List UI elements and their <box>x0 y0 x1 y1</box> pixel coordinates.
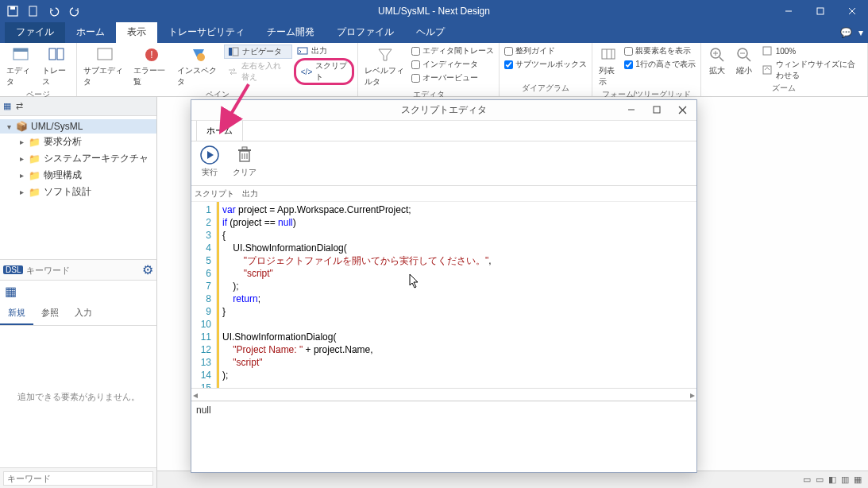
trace-button[interactable]: トレース <box>39 45 73 89</box>
new-icon[interactable] <box>25 3 41 19</box>
expand-icon[interactable]: ▸ <box>17 154 25 163</box>
keyword-input[interactable] <box>26 265 139 275</box>
tree-item[interactable]: ▸📁物理構成 <box>0 167 156 184</box>
run-label: 実行 <box>202 167 218 178</box>
status-icon[interactable]: ▭ <box>816 474 824 485</box>
svg-point-14 <box>197 53 205 61</box>
dialog-ribbon: 実行 クリア <box>191 141 696 186</box>
group-diagram-label: ダイアグラム <box>503 83 588 95</box>
svg-rect-17 <box>298 48 307 54</box>
ribbon-collapse-icon[interactable]: ▾ <box>858 27 863 38</box>
footer-tab-output[interactable]: 出力 <box>242 188 258 199</box>
zoom-pct[interactable]: 100% <box>758 45 864 57</box>
chk-indicator[interactable]: インディケータ <box>410 58 496 71</box>
bottom-keyword-input[interactable] <box>3 471 153 486</box>
tab-profile[interactable]: プロファイル <box>326 21 405 43</box>
expand-icon[interactable]: ▸ <box>17 137 25 146</box>
chk-editortrace[interactable]: エディタ間トレース <box>410 45 496 57</box>
menu-bar: ファイル ホーム 表示 トレーサビリティ チーム開発 プロファイル ヘルプ 💬 … <box>0 22 868 43</box>
output-panel: null <box>191 401 696 472</box>
chk-rowheight[interactable]: 1行の高さで表示 <box>623 58 697 71</box>
svg-rect-11 <box>98 48 112 60</box>
expand-icon[interactable]: ▸ <box>17 171 25 180</box>
cursor-icon <box>409 273 420 289</box>
inspector-label: インスペクタ <box>177 65 219 87</box>
tree-item[interactable]: ▸📁ソフト設計 <box>0 184 156 200</box>
filter-settings-icon[interactable]: ⚙ <box>142 262 153 277</box>
tab-traceability[interactable]: トレーサビリティ <box>157 21 256 43</box>
tree-root[interactable]: ▾📦UML/SysML <box>0 119 156 134</box>
zoomin-button[interactable]: 拡大 <box>704 45 730 78</box>
tab-new[interactable]: 新規 <box>0 302 33 325</box>
tree-item[interactable]: ▸📁システムアーキテクチャ <box>0 150 156 167</box>
svg-rect-16 <box>233 48 238 56</box>
fitwindow-button[interactable]: ウィンドウサイズに合わせる <box>758 58 864 82</box>
tree-item[interactable]: ▸📁要求分析 <box>0 134 156 150</box>
levelfilter-label: レベルフィルタ <box>365 65 405 87</box>
status-icon[interactable]: ▥ <box>841 474 849 485</box>
chk-alignguide[interactable]: 整列ガイド <box>503 45 588 57</box>
colshow-button[interactable]: 列表示 <box>596 45 621 89</box>
save-icon[interactable] <box>5 3 21 19</box>
dialog-tab-home[interactable]: ホーム <box>196 120 243 141</box>
dialog-minimize-button[interactable] <box>619 100 644 119</box>
dialog-close-button[interactable] <box>669 100 695 119</box>
navigator-button[interactable]: ナビゲータ <box>224 45 291 59</box>
svg-rect-8 <box>14 48 28 52</box>
output-button[interactable]: 出力 <box>294 45 355 57</box>
play-icon <box>199 145 220 165</box>
panel-mode-icon[interactable]: ▦ <box>0 281 156 302</box>
swap-button[interactable]: 左右を入れ替え <box>224 60 291 83</box>
svg-text:</>: </> <box>301 68 312 76</box>
status-icon[interactable]: ▦ <box>854 474 862 485</box>
navigator-label: ナビゲータ <box>242 46 282 57</box>
errorlist-button[interactable]: !エラー一覧 <box>130 45 172 89</box>
chk-overview[interactable]: オーバービュー <box>410 72 496 84</box>
svg-rect-1 <box>10 6 15 10</box>
maximize-button[interactable] <box>804 0 836 22</box>
nav-toggle-icon[interactable]: ⇄ <box>16 101 23 111</box>
chk-parentname[interactable]: 親要素名を表示 <box>623 45 697 57</box>
tab-input[interactable]: 入力 <box>67 302 100 325</box>
colshow-label: 列表示 <box>599 65 618 87</box>
svg-rect-19 <box>602 49 615 59</box>
dialog-titlebar[interactable]: スクリプトエディタ <box>191 100 696 121</box>
svg-rect-9 <box>49 48 56 60</box>
status-icon[interactable]: ◧ <box>828 474 836 485</box>
svg-rect-10 <box>57 48 64 60</box>
subeditor-button[interactable]: サブエディタ <box>80 45 129 89</box>
code-content[interactable]: var project = App.Workspace.CurrentProje… <box>217 202 696 388</box>
dialog-maximize-button[interactable] <box>644 100 669 119</box>
folder-icon: 📁 <box>29 153 41 165</box>
chk-subtoolbox[interactable]: サブツールボックス <box>503 58 588 71</box>
trace-label: トレース <box>42 65 70 87</box>
feedback-icon[interactable]: 💬 <box>840 27 852 38</box>
tab-help[interactable]: ヘルプ <box>405 21 456 43</box>
code-editor[interactable]: 123456789101112131415 var project = App.… <box>191 202 696 388</box>
expand-icon[interactable]: ▾ <box>5 122 13 131</box>
clear-button[interactable]: クリア <box>226 143 263 184</box>
tab-ref[interactable]: 参照 <box>33 302 67 325</box>
app-title: UML/SysML - Next Design <box>378 6 490 17</box>
status-icon[interactable]: ▭ <box>803 474 811 485</box>
footer-tab-script[interactable]: スクリプト <box>195 188 234 199</box>
nav-icon[interactable]: ▦ <box>3 101 11 111</box>
editor-button[interactable]: エディタ <box>3 45 37 89</box>
expand-icon[interactable]: ▸ <box>17 188 25 196</box>
redo-icon[interactable] <box>67 3 83 19</box>
tab-team[interactable]: チーム開発 <box>256 21 326 43</box>
zoomout-button[interactable]: 縮小 <box>731 45 757 78</box>
minimize-button[interactable] <box>773 0 804 22</box>
tab-home[interactable]: ホーム <box>65 21 116 43</box>
inspector-button[interactable]: インスペクタ <box>174 45 222 89</box>
tab-file[interactable]: ファイル <box>5 21 65 43</box>
svg-rect-42 <box>242 147 247 149</box>
undo-icon[interactable] <box>46 3 62 19</box>
script-button[interactable]: </>スクリプト <box>294 58 355 85</box>
tab-view[interactable]: 表示 <box>116 21 157 43</box>
levelfilter-button[interactable]: レベルフィルタ <box>361 45 408 89</box>
trash-icon <box>234 145 255 165</box>
close-button[interactable] <box>836 0 868 22</box>
run-button[interactable]: 実行 <box>193 143 226 184</box>
h-scrollbar[interactable]: ◂▸ <box>191 388 696 401</box>
